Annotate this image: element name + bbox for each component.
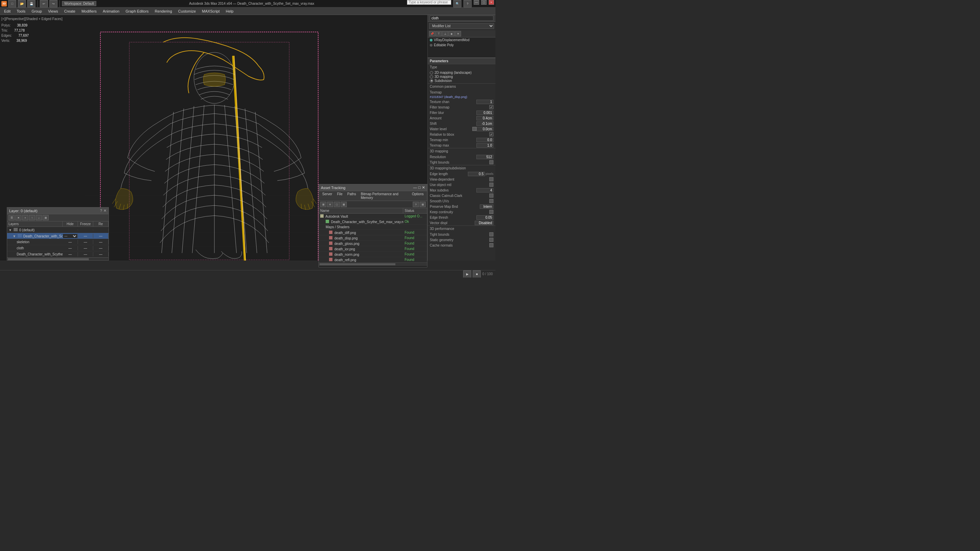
edge-length-value[interactable]: 0.5 bbox=[468, 172, 485, 176]
layers-scrollbar[interactable] bbox=[7, 257, 108, 260]
layer-freeze-death[interactable]: — bbox=[78, 233, 93, 238]
modifier-item-vray[interactable]: VRayDisplacementMod bbox=[428, 37, 495, 43]
layer-row-cloth[interactable]: cloth — — — bbox=[7, 245, 108, 251]
texmap-max-value[interactable]: 1.0 bbox=[476, 143, 493, 148]
asset-tool3[interactable]: □ bbox=[334, 202, 340, 207]
menu-tools[interactable]: Tools bbox=[14, 8, 28, 14]
layer-hide-skeleton[interactable]: — bbox=[63, 240, 78, 244]
layer-move-up-btn[interactable]: ↑ bbox=[29, 215, 35, 221]
maximize-btn[interactable]: □ bbox=[481, 0, 487, 5]
open-btn[interactable]: 📂 bbox=[18, 0, 26, 8]
layer-re-cloth[interactable]: — bbox=[93, 246, 108, 250]
asset-restore-btn[interactable]: □ bbox=[418, 185, 421, 190]
radio-2d-dot[interactable] bbox=[430, 71, 433, 75]
asset-close-btn[interactable]: ✕ bbox=[422, 185, 425, 190]
help-btn[interactable]: ? bbox=[463, 0, 472, 8]
relative-bbox-checkbox[interactable]: ✓ bbox=[489, 132, 493, 137]
vector-displ-value[interactable]: Disabled bbox=[475, 221, 493, 225]
layer-hide-dcs2[interactable]: — bbox=[63, 252, 78, 256]
asset-menu-bitmap[interactable]: Bitmap Performance and Memory bbox=[359, 192, 409, 200]
menu-customize[interactable]: Customize bbox=[176, 8, 199, 14]
layer-row-death[interactable]: ▼ Death_Character_with_Scythe_Set — — — bbox=[7, 233, 108, 239]
radio-2d[interactable]: 2D mapping (landscape) bbox=[430, 71, 493, 75]
preserve-map-value[interactable]: Intern bbox=[480, 205, 493, 209]
layer-re-skeleton[interactable]: — bbox=[93, 240, 108, 244]
menu-animation[interactable]: Animation bbox=[100, 8, 122, 14]
asset-row-refl[interactable]: death_refl.png Found bbox=[319, 257, 427, 263]
water-level-value[interactable]: 0.0cm bbox=[476, 127, 493, 131]
asset-scroll-thumb[interactable] bbox=[320, 263, 395, 265]
filter-blur-value[interactable]: 0.001 bbox=[476, 111, 493, 115]
menu-modifiers[interactable]: Modifiers bbox=[79, 8, 99, 14]
search-btn[interactable]: 🔍 bbox=[453, 0, 461, 8]
modifier-list-dropdown[interactable]: Modifier List bbox=[429, 23, 494, 29]
layer-re-default[interactable] bbox=[93, 230, 108, 230]
save-btn[interactable]: 💾 bbox=[27, 0, 35, 8]
menu-group[interactable]: Group bbox=[29, 8, 45, 14]
classic-catmull-checkbox[interactable] bbox=[489, 194, 493, 198]
play-btn[interactable]: ▶ bbox=[463, 270, 471, 278]
asset-row-diff[interactable]: death_diff.png Found bbox=[319, 230, 427, 235]
workspace-dropdown[interactable]: Workspace: Default bbox=[62, 1, 96, 6]
layer-freeze-skeleton[interactable]: — bbox=[78, 240, 93, 244]
shift-value[interactable]: -0.1cm bbox=[476, 121, 493, 126]
asset-help-btn[interactable]: ? bbox=[413, 202, 419, 207]
layer-move-down-btn[interactable]: ↓ bbox=[36, 215, 42, 221]
modifier-item-epoly[interactable]: Editable Poly bbox=[428, 43, 495, 48]
close-btn[interactable]: ✕ bbox=[488, 0, 494, 5]
asset-row-gloss[interactable]: death_gloss.png Found bbox=[319, 241, 427, 246]
menu-views[interactable]: Views bbox=[45, 8, 60, 14]
layer-freeze-dcs2[interactable]: — bbox=[78, 252, 93, 256]
section-parameters[interactable]: Parameters bbox=[428, 58, 495, 64]
radio-subdiv-dot[interactable] bbox=[430, 79, 433, 83]
layers-close-btn[interactable]: ✕ bbox=[103, 208, 107, 213]
asset-row-maps[interactable]: Maps / Shaders bbox=[319, 224, 427, 230]
asset-tool2[interactable]: ≡ bbox=[327, 202, 333, 207]
resolution-value[interactable]: 512 bbox=[476, 155, 493, 159]
asset-expand-btn[interactable]: ⊞ bbox=[420, 202, 426, 207]
pin-stack-btn[interactable]: 📌 bbox=[429, 31, 435, 37]
search-input[interactable] bbox=[407, 0, 451, 5]
tight-bounds-checkbox[interactable] bbox=[489, 160, 493, 164]
asset-row-disp[interactable]: death_disp.png Found bbox=[319, 235, 427, 241]
asset-menu-server[interactable]: Server bbox=[320, 192, 334, 200]
smooth-uvs-checkbox[interactable] bbox=[489, 199, 493, 203]
cache-normals-checkbox[interactable] bbox=[489, 243, 493, 247]
object-name-input[interactable]: cloth bbox=[430, 16, 493, 21]
menu-help[interactable]: Help bbox=[223, 8, 237, 14]
amount-value[interactable]: 0.4cm bbox=[476, 116, 493, 121]
keep-continuity-checkbox[interactable] bbox=[489, 210, 493, 214]
layer-freeze-cloth[interactable]: — bbox=[78, 246, 93, 250]
asset-tool4[interactable]: ⊠ bbox=[340, 202, 347, 207]
filter-texmap-checkbox[interactable]: ✓ bbox=[489, 105, 493, 109]
undo-btn[interactable]: ↩ bbox=[40, 0, 48, 8]
tight-bounds2-checkbox[interactable] bbox=[489, 232, 493, 237]
radio-subdiv[interactable]: Subdivision bbox=[430, 79, 493, 83]
water-level-checkbox[interactable] bbox=[472, 127, 476, 131]
asset-menu-paths[interactable]: Paths bbox=[345, 192, 358, 200]
radio-3d[interactable]: 3D mapping bbox=[430, 75, 493, 79]
asset-scrollbar[interactable] bbox=[319, 263, 427, 265]
layer-add-btn[interactable]: + bbox=[22, 215, 28, 221]
asset-tool1[interactable]: ⊞ bbox=[320, 202, 326, 207]
remove-mod-btn[interactable]: ✕ bbox=[455, 31, 461, 37]
menu-maxscript[interactable]: MAXScript bbox=[199, 8, 223, 14]
asset-row-vault[interactable]: Autodesk Vault Logged O... bbox=[319, 214, 427, 219]
layer-row-skeleton[interactable]: skeleton — — — bbox=[7, 239, 108, 245]
layer-row-default[interactable]: ▼ 0 (default) bbox=[7, 227, 108, 233]
menu-create[interactable]: Create bbox=[61, 8, 78, 14]
layer-re-dcs2[interactable]: — bbox=[93, 252, 108, 256]
make-unique-btn[interactable]: ◈ bbox=[449, 31, 455, 37]
asset-row-ior[interactable]: death_ior.png Found bbox=[319, 246, 427, 252]
layer-hide-death[interactable]: — bbox=[63, 233, 78, 238]
texture-chan-value[interactable]: 1 bbox=[476, 100, 493, 104]
layers-help-btn[interactable]: ? bbox=[100, 208, 102, 213]
layers-scroll-thumb[interactable] bbox=[8, 258, 89, 260]
max-subdivs-value[interactable]: 4 bbox=[476, 188, 493, 192]
show-all-btn[interactable]: ⊥ bbox=[442, 31, 448, 37]
menu-rendering[interactable]: Rendering bbox=[152, 8, 175, 14]
layer-hide-cloth[interactable]: — bbox=[63, 246, 78, 250]
redo-btn[interactable]: ↪ bbox=[49, 0, 57, 8]
layer-freeze-default[interactable] bbox=[78, 230, 93, 230]
layer-delete-btn[interactable]: ✕ bbox=[15, 215, 21, 221]
